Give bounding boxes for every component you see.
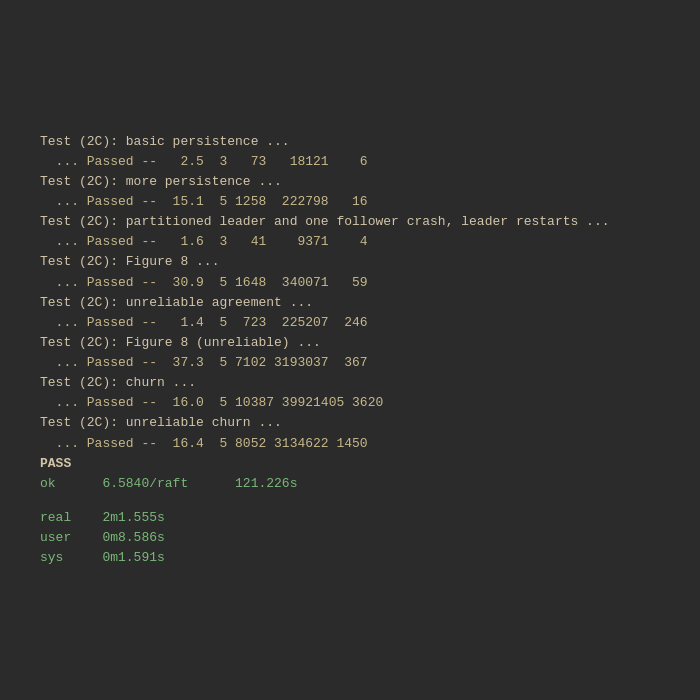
terminal-line-0: Test (2C): basic persistence ...	[40, 132, 660, 152]
terminal-line-10: Test (2C): Figure 8 (unreliable) ...	[40, 333, 660, 353]
terminal-line-8: Test (2C): unreliable agreement ...	[40, 293, 660, 313]
terminal-line-21: sys 0m1.591s	[40, 548, 660, 568]
terminal-line-9: ... Passed -- 1.4 5 723 225207 246	[40, 313, 660, 333]
terminal-line-4: Test (2C): partitioned leader and one fo…	[40, 212, 660, 232]
terminal-line-3: ... Passed -- 15.1 5 1258 222798 16	[40, 192, 660, 212]
terminal-line-19: real 2m1.555s	[40, 508, 660, 528]
terminal-line-6: Test (2C): Figure 8 ...	[40, 252, 660, 272]
terminal-line-15: ... Passed -- 16.4 5 8052 3134622 1450	[40, 434, 660, 454]
terminal-line-5: ... Passed -- 1.6 3 41 9371 4	[40, 232, 660, 252]
terminal-line-14: Test (2C): unreliable churn ...	[40, 413, 660, 433]
terminal-line-11: ... Passed -- 37.3 5 7102 3193037 367	[40, 353, 660, 373]
terminal-line-2: Test (2C): more persistence ...	[40, 172, 660, 192]
spacer	[40, 494, 660, 508]
terminal-line-12: Test (2C): churn ...	[40, 373, 660, 393]
terminal-output: Test (2C): basic persistence ... ... Pas…	[30, 112, 670, 589]
terminal-line-13: ... Passed -- 16.0 5 10387 39921405 3620	[40, 393, 660, 413]
terminal-line-17: ok 6.5840/raft 121.226s	[40, 474, 660, 494]
terminal-line-1: ... Passed -- 2.5 3 73 18121 6	[40, 152, 660, 172]
terminal-line-20: user 0m8.586s	[40, 528, 660, 548]
terminal-line-16: PASS	[40, 454, 660, 474]
terminal-line-7: ... Passed -- 30.9 5 1648 340071 59	[40, 273, 660, 293]
